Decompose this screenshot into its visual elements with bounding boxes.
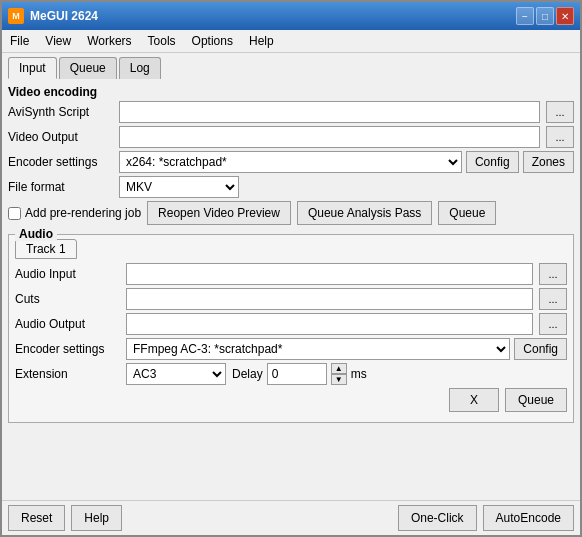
tab-log[interactable]: Log [119, 57, 161, 79]
audio-encoder-config-button[interactable]: Config [514, 338, 567, 360]
audio-encoder-select[interactable]: FFmpeg AC-3: *scratchpad* [126, 338, 510, 360]
delay-spinner: ▲ ▼ [331, 363, 347, 385]
title-controls: − □ ✕ [516, 7, 574, 25]
help-button[interactable]: Help [71, 505, 122, 531]
main-content: Video encoding AviSynth Script ... Video… [2, 79, 580, 500]
audio-tabs: Track 1 [15, 239, 567, 259]
delay-label: Delay [232, 367, 263, 381]
title-bar-left: M MeGUI 2624 [8, 8, 98, 24]
audio-input-label: Audio Input [15, 267, 120, 281]
delay-unit: ms [351, 367, 367, 381]
cuts-label: Cuts [15, 292, 120, 306]
audio-section-label: Audio [15, 227, 57, 241]
audio-input-row: Audio Input ... [15, 263, 567, 285]
autoencode-button[interactable]: AutoEncode [483, 505, 574, 531]
menu-bar: File View Workers Tools Options Help [2, 30, 580, 53]
cuts-row: Cuts ... [15, 288, 567, 310]
encoder-zones-button[interactable]: Zones [523, 151, 574, 173]
action-row: Add pre-rendering job Reopen Video Previ… [8, 201, 574, 225]
avisynth-script-row: AviSynth Script ... [8, 101, 574, 123]
encoder-config-button[interactable]: Config [466, 151, 519, 173]
close-button[interactable]: ✕ [556, 7, 574, 25]
audio-output-label: Audio Output [15, 317, 120, 331]
title-bar: M MeGUI 2624 − □ ✕ [2, 2, 580, 30]
delay-spinner-up[interactable]: ▲ [331, 363, 347, 374]
avisynth-script-label: AviSynth Script [8, 105, 113, 119]
footer-left: Reset Help [8, 505, 122, 531]
minimize-button[interactable]: − [516, 7, 534, 25]
extension-select[interactable]: AC3 MP3 AAC OGG [126, 363, 226, 385]
menu-options[interactable]: Options [184, 32, 241, 50]
audio-output-browse[interactable]: ... [539, 313, 567, 335]
audio-output-row: Audio Output ... [15, 313, 567, 335]
audio-tab-track1[interactable]: Track 1 [15, 239, 77, 259]
tab-queue[interactable]: Queue [59, 57, 117, 79]
main-tabs: Input Queue Log [2, 53, 580, 79]
video-queue-button[interactable]: Queue [438, 201, 496, 225]
app-icon: M [8, 8, 24, 24]
add-prerendering-group: Add pre-rendering job [8, 206, 141, 220]
oneclick-button[interactable]: One-Click [398, 505, 477, 531]
window-title: MeGUI 2624 [30, 9, 98, 23]
audio-queue-button[interactable]: Queue [505, 388, 567, 412]
maximize-button[interactable]: □ [536, 7, 554, 25]
cuts-browse[interactable]: ... [539, 288, 567, 310]
audio-output-input[interactable] [126, 313, 533, 335]
video-encoding-section: Video encoding AviSynth Script ... Video… [8, 85, 574, 228]
menu-tools[interactable]: Tools [140, 32, 184, 50]
video-output-input[interactable] [119, 126, 540, 148]
audio-bottom-actions: X Queue [15, 388, 567, 412]
menu-file[interactable]: File [2, 32, 37, 50]
file-format-row: File format MKV MP4 AVI [8, 176, 574, 198]
video-output-label: Video Output [8, 130, 113, 144]
file-format-select[interactable]: MKV MP4 AVI [119, 176, 239, 198]
cuts-input[interactable] [126, 288, 533, 310]
extension-delay-row: Extension AC3 MP3 AAC OGG Delay ▲ ▼ ms [15, 363, 567, 385]
reopen-video-button[interactable]: Reopen Video Preview [147, 201, 291, 225]
menu-workers[interactable]: Workers [79, 32, 139, 50]
tab-input[interactable]: Input [8, 57, 57, 79]
audio-x-button[interactable]: X [449, 388, 499, 412]
video-output-browse[interactable]: ... [546, 126, 574, 148]
audio-input-field[interactable] [126, 263, 533, 285]
add-prerendering-label: Add pre-rendering job [25, 206, 141, 220]
audio-encoder-row: Encoder settings FFmpeg AC-3: *scratchpa… [15, 338, 567, 360]
audio-input-browse[interactable]: ... [539, 263, 567, 285]
avisynth-script-browse[interactable]: ... [546, 101, 574, 123]
menu-view[interactable]: View [37, 32, 79, 50]
footer-bar: Reset Help One-Click AutoEncode [2, 500, 580, 535]
add-prerendering-checkbox[interactable] [8, 207, 21, 220]
avisynth-script-input[interactable] [119, 101, 540, 123]
delay-input[interactable] [267, 363, 327, 385]
encoder-settings-select[interactable]: x264: *scratchpad* [119, 151, 462, 173]
audio-section: Audio Track 1 Audio Input ... Cuts ... A… [8, 234, 574, 423]
delay-spinner-down[interactable]: ▼ [331, 374, 347, 385]
menu-help[interactable]: Help [241, 32, 282, 50]
extension-label: Extension [15, 367, 120, 381]
video-encoding-label: Video encoding [8, 85, 574, 99]
delay-group: Delay ▲ ▼ ms [232, 363, 367, 385]
audio-encoder-label: Encoder settings [15, 342, 120, 356]
queue-analysis-button[interactable]: Queue Analysis Pass [297, 201, 432, 225]
footer-right: One-Click AutoEncode [398, 505, 574, 531]
reset-button[interactable]: Reset [8, 505, 65, 531]
encoder-settings-row: Encoder settings x264: *scratchpad* Conf… [8, 151, 574, 173]
video-output-row: Video Output ... [8, 126, 574, 148]
file-format-label: File format [8, 180, 113, 194]
encoder-settings-label: Encoder settings [8, 155, 113, 169]
main-window: M MeGUI 2624 − □ ✕ File View Workers Too… [0, 0, 582, 537]
